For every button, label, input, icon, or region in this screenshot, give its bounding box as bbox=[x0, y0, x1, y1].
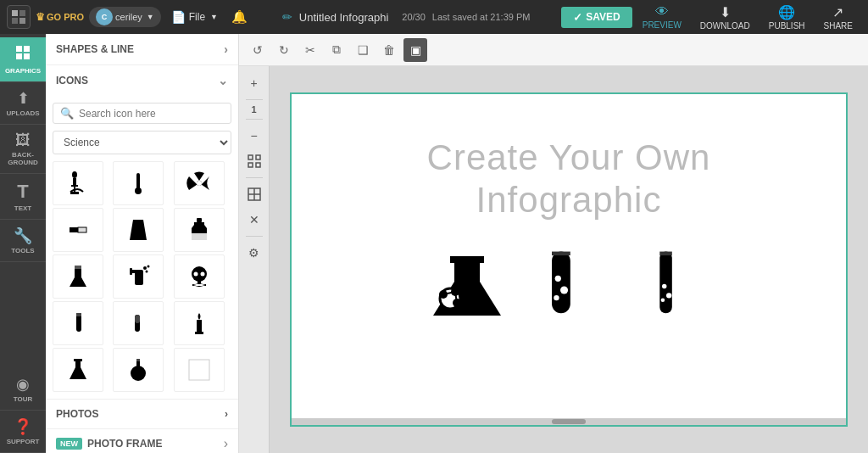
shapes-line-section-header[interactable]: SHAPES & LINE › bbox=[46, 34, 238, 65]
icon-round-flask[interactable] bbox=[113, 348, 164, 392]
icon-bottle-liquid[interactable] bbox=[174, 208, 225, 252]
app-logo[interactable] bbox=[7, 5, 31, 29]
icon-capsule[interactable] bbox=[113, 301, 164, 345]
redo-button[interactable]: ↻ bbox=[272, 38, 296, 62]
icon-thermometer[interactable] bbox=[113, 161, 164, 205]
svg-rect-70 bbox=[659, 251, 672, 255]
download-button[interactable]: ⬇ DOWNLOAD bbox=[692, 2, 759, 33]
photo-frame-row[interactable]: NEW PHOTO FRAME › bbox=[46, 429, 238, 453]
svg-rect-49 bbox=[189, 360, 209, 380]
icon-microscope[interactable] bbox=[53, 161, 103, 205]
svg-point-31 bbox=[146, 271, 148, 273]
user-menu[interactable]: C ceriley ▼ bbox=[89, 7, 161, 27]
preview-label: PREVIEW bbox=[643, 20, 682, 30]
graphics-icon bbox=[14, 44, 31, 65]
preview-icon: 👁 bbox=[655, 4, 669, 20]
canvas-area[interactable]: Create Your Own Infographic bbox=[270, 66, 868, 453]
svg-rect-50 bbox=[248, 155, 253, 159]
edit-pencil-icon: ✏ bbox=[282, 10, 292, 24]
svg-rect-51 bbox=[256, 155, 260, 159]
saved-timestamp: Last saved at 21:39 PM bbox=[432, 12, 531, 22]
preview-button[interactable]: 👁 PREVIEW bbox=[634, 2, 690, 32]
saved-button[interactable]: ✓ SAVED bbox=[561, 7, 632, 28]
sidebar-item-graphics[interactable]: GRAPHICS bbox=[0, 37, 46, 82]
svg-rect-5 bbox=[24, 46, 30, 52]
icon-empty[interactable] bbox=[174, 348, 225, 392]
horizontal-scrollbar[interactable] bbox=[292, 418, 846, 425]
svg-rect-65 bbox=[552, 251, 570, 255]
download-label: DOWNLOAD bbox=[700, 21, 750, 31]
svg-rect-57 bbox=[450, 256, 484, 263]
file-menu[interactable]: 📄 File ▼ bbox=[166, 8, 223, 26]
graphics-label: GRAPHICS bbox=[5, 67, 41, 75]
icon-test-tube-small[interactable] bbox=[53, 301, 103, 345]
icons-label: ICONS bbox=[56, 75, 88, 87]
left-sidebar: GRAPHICS ⬆ UPLOADS 🖼 BACK-GROUND T TEXT … bbox=[0, 34, 46, 453]
text-label: TEXT bbox=[14, 204, 31, 212]
cut-button[interactable]: ✂ bbox=[298, 38, 322, 62]
document-title[interactable]: Untitled Infographi bbox=[299, 11, 389, 24]
canvas-science-icons bbox=[425, 248, 713, 336]
publish-icon: 🌐 bbox=[778, 4, 795, 20]
new-badge: NEW bbox=[56, 438, 82, 450]
present-button[interactable]: ▣ bbox=[403, 38, 427, 62]
svg-point-8 bbox=[72, 171, 77, 178]
search-icon: 🔍 bbox=[60, 107, 74, 120]
svg-rect-22 bbox=[197, 218, 202, 222]
icon-pill[interactable] bbox=[53, 208, 103, 252]
gopro-badge[interactable]: ♛ GO PRO bbox=[36, 11, 84, 23]
chevron-down-icon: ▼ bbox=[147, 13, 154, 21]
icon-beaker-dark[interactable] bbox=[53, 254, 103, 299]
duplicate-button[interactable]: ❑ bbox=[351, 38, 375, 62]
grid-button[interactable] bbox=[242, 182, 266, 206]
top-navigation: ♛ GO PRO C ceriley ▼ 📄 File ▼ 🔔 ✏ Untitl… bbox=[0, 0, 868, 34]
icon-conical-flask[interactable] bbox=[53, 348, 103, 392]
svg-point-71 bbox=[662, 284, 666, 288]
svg-rect-4 bbox=[16, 46, 22, 52]
publish-button[interactable]: 🌐 PUBLISH bbox=[760, 2, 814, 33]
fit-button[interactable] bbox=[242, 149, 266, 173]
photos-section-header[interactable]: PHOTOS › bbox=[46, 399, 238, 429]
svg-rect-41 bbox=[135, 315, 140, 323]
canvas-icon-molecule-flask[interactable] bbox=[425, 248, 509, 336]
sidebar-item-uploads[interactable]: ⬆ UPLOADS bbox=[0, 82, 46, 125]
share-button[interactable]: ↗ SHARE bbox=[815, 2, 861, 33]
undo-button[interactable]: ↺ bbox=[246, 38, 270, 62]
chevron-down-icon: ▼ bbox=[210, 13, 218, 21]
svg-rect-53 bbox=[256, 163, 260, 167]
delete-button[interactable]: 🗑 bbox=[377, 38, 401, 62]
svg-point-34 bbox=[200, 272, 204, 277]
icon-search-input[interactable] bbox=[79, 108, 224, 120]
zoom-out-button[interactable]: − bbox=[242, 124, 266, 148]
category-dropdown[interactable]: Science Animals Business Education Food … bbox=[53, 131, 231, 154]
uploads-icon: ⬆ bbox=[17, 89, 30, 108]
notifications-bell[interactable]: 🔔 bbox=[231, 9, 248, 25]
svg-rect-18 bbox=[70, 227, 78, 232]
canvas-icon-test-tube-1[interactable] bbox=[526, 248, 611, 336]
svg-rect-52 bbox=[248, 163, 253, 167]
svg-point-29 bbox=[143, 266, 147, 270]
svg-point-73 bbox=[661, 298, 665, 302]
canvas-frame[interactable]: Create Your Own Infographic bbox=[290, 92, 848, 427]
icon-skull-crossbones[interactable] bbox=[174, 254, 225, 299]
icon-flask-black[interactable] bbox=[113, 208, 164, 252]
canvas-icon-test-tube-2[interactable] bbox=[628, 248, 713, 336]
sidebar-item-support[interactable]: ❓ SUPPORT bbox=[0, 411, 46, 453]
icon-candle[interactable] bbox=[174, 301, 225, 345]
settings-button[interactable]: ⚙ bbox=[242, 241, 266, 265]
tour-label: TOUR bbox=[14, 395, 33, 403]
icons-section-header[interactable]: ICONS ⌄ bbox=[46, 65, 238, 96]
sidebar-item-tools[interactable]: 🔧 TOOLS bbox=[0, 220, 46, 262]
sidebar-item-text[interactable]: T TEXT bbox=[0, 174, 46, 220]
sidebar-item-tour[interactable]: ◉ TOUR bbox=[0, 368, 46, 411]
photos-label: PHOTOS bbox=[56, 408, 98, 420]
svg-point-30 bbox=[147, 266, 150, 268]
copy-button[interactable]: ⧉ bbox=[325, 38, 348, 62]
icon-spray-bottle[interactable] bbox=[113, 254, 164, 299]
uploads-label: UPLOADS bbox=[6, 109, 39, 117]
close-x-button[interactable]: ✕ bbox=[242, 208, 266, 232]
icon-radioactive[interactable] bbox=[174, 161, 225, 205]
zoom-in-button[interactable]: + bbox=[242, 71, 266, 95]
sidebar-item-background[interactable]: 🖼 BACK-GROUND bbox=[0, 125, 46, 174]
svg-rect-64 bbox=[552, 251, 570, 313]
